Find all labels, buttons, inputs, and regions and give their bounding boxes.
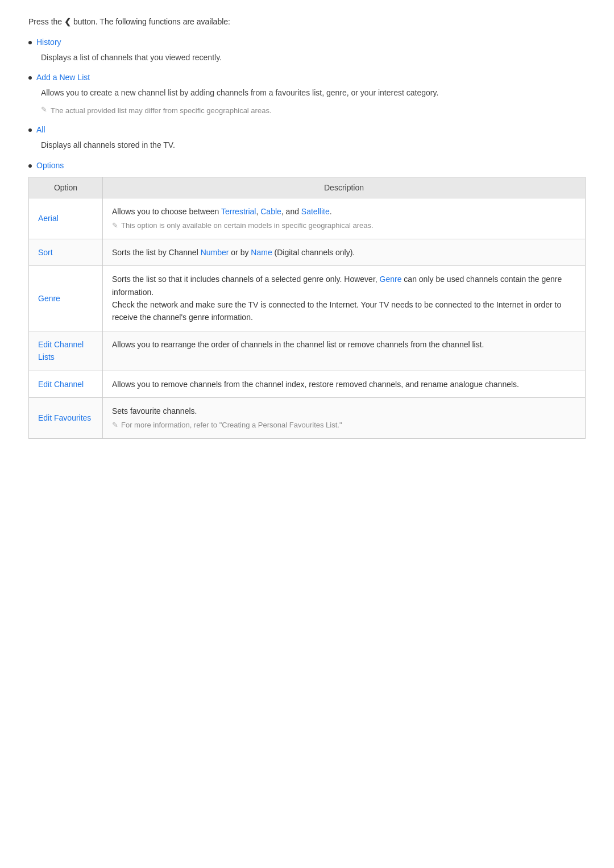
option-edit-channel-lists: Edit Channel Lists	[29, 331, 103, 371]
genre-link: Genre	[380, 275, 402, 284]
description-sort: Sorts the list by Channel Number or by N…	[103, 239, 586, 265]
main-list: History Displays a list of channels that…	[28, 38, 586, 439]
bullet-dot	[28, 164, 32, 168]
bullet-dot	[28, 128, 32, 132]
add-new-list-link[interactable]: Add a New List	[36, 73, 90, 82]
table-row: Aerial Allows you to choose between Terr…	[29, 198, 586, 239]
option-edit-favourites: Edit Favourites	[29, 397, 103, 438]
all-description: Displays all channels stored in the TV.	[41, 139, 586, 151]
add-new-list-note: ✎ The actual provided list may differ fr…	[41, 105, 586, 117]
bullet-dot	[28, 76, 32, 80]
pencil-icon: ✎	[41, 105, 47, 114]
option-edit-channel: Edit Channel	[29, 371, 103, 397]
table-header-description: Description	[103, 177, 586, 198]
description-genre: Sorts the list so that it includes chann…	[103, 266, 586, 331]
edit-favourites-note: ✎ For more information, refer to "Creati…	[112, 420, 576, 431]
all-link[interactable]: All	[36, 125, 45, 134]
list-item-all: All Displays all channels stored in the …	[28, 125, 586, 151]
option-sort: Sort	[29, 239, 103, 265]
pencil-icon: ✎	[112, 420, 118, 431]
list-item-options: Options Option Description Aerial Allows…	[28, 161, 586, 439]
add-new-list-note-text: The actual provided list may differ from…	[51, 105, 272, 117]
table-row: Genre Sorts the list so that it includes…	[29, 266, 586, 331]
options-table: Option Description Aerial Allows you to …	[28, 177, 586, 439]
pencil-icon: ✎	[112, 220, 118, 232]
terrestrial-link: Terrestrial	[221, 207, 256, 216]
list-item-history: History Displays a list of channels that…	[28, 38, 586, 64]
description-edit-channel-lists: Allows you to rearrange the order of cha…	[103, 331, 586, 371]
table-row: Edit Channel Lists Allows you to rearran…	[29, 331, 586, 371]
aerial-note-text: This option is only available on certain…	[121, 220, 374, 232]
table-row: Edit Favourites Sets favourite channels.…	[29, 397, 586, 438]
number-link: Number	[201, 248, 229, 257]
intro-text-before: Press the	[28, 17, 62, 26]
satellite-link: Satellite	[301, 207, 330, 216]
list-item-add-new-list: Add a New List Allows you to create a ne…	[28, 73, 586, 116]
description-edit-favourites: Sets favourite channels. ✎ For more info…	[103, 397, 586, 438]
option-genre: Genre	[29, 266, 103, 331]
option-aerial: Aerial	[29, 198, 103, 239]
table-header-option: Option	[29, 177, 103, 198]
table-row: Sort Sorts the list by Channel Number or…	[29, 239, 586, 265]
history-link[interactable]: History	[36, 38, 61, 47]
cable-link: Cable	[260, 207, 281, 216]
chevron-icon: ❮	[64, 17, 73, 26]
options-link[interactable]: Options	[36, 161, 64, 170]
aerial-note: ✎ This option is only available on certa…	[112, 220, 576, 232]
name-link: Name	[251, 248, 272, 257]
history-description: Displays a list of channels that you vie…	[41, 51, 586, 64]
description-edit-channel: Allows you to remove channels from the c…	[103, 371, 586, 397]
intro-text-after: button. The following functions are avai…	[73, 17, 230, 26]
table-row: Edit Channel Allows you to remove channe…	[29, 371, 586, 397]
bullet-dot	[28, 41, 32, 44]
intro-paragraph: Press the ❮ button. The following functi…	[28, 17, 586, 26]
edit-favourites-note-text: For more information, refer to "Creating…	[121, 420, 342, 431]
description-aerial: Allows you to choose between Terrestrial…	[103, 198, 586, 239]
add-new-list-description: Allows you to create a new channel list …	[41, 86, 586, 99]
